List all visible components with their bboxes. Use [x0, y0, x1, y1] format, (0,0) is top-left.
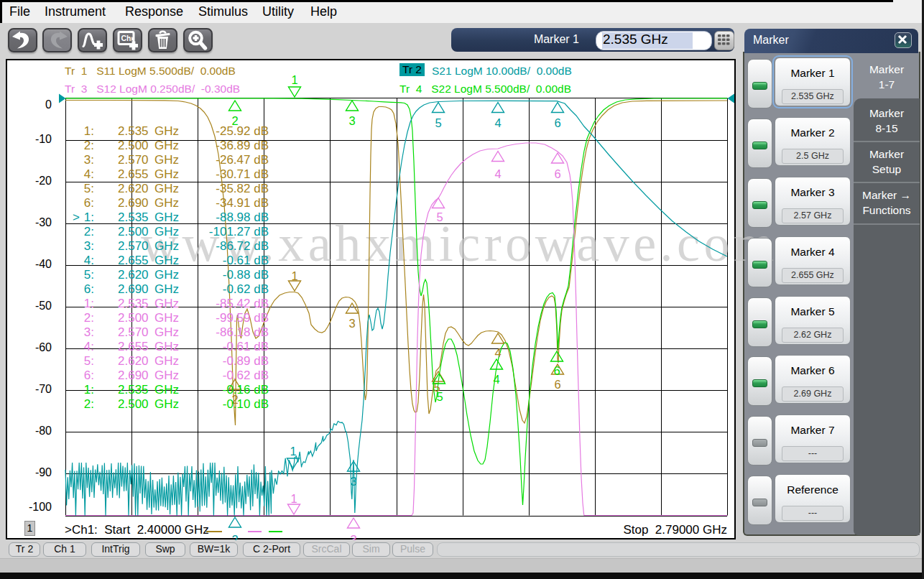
svg-text:Ch: Ch — [121, 34, 131, 42]
